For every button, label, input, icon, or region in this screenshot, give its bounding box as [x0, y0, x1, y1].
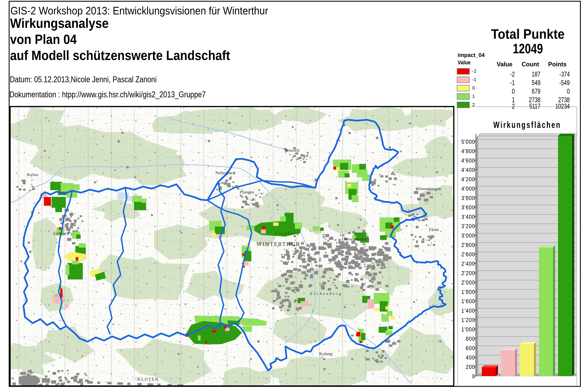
svg-text:Eschenberg: Eschenberg — [310, 291, 342, 296]
svg-text:Lindberg: Lindberg — [275, 231, 300, 235]
svg-text:Elsau: Elsau — [429, 227, 439, 232]
svg-text:Rorbas: Rorbas — [27, 172, 38, 177]
svg-text:Wiesendangen: Wiesendangen — [416, 186, 441, 191]
svg-text:Oberwinterthur: Oberwinterthur — [342, 237, 367, 241]
svg-text:Embrach: Embrach — [53, 231, 69, 236]
svg-text:WINTERTHUR: WINTERTHUR — [256, 241, 300, 247]
svg-text:Neftenbach: Neftenbach — [215, 170, 235, 175]
svg-text:Kyburg: Kyburg — [319, 351, 332, 356]
svg-text:Seuzach: Seuzach — [285, 148, 299, 153]
svg-text:KLOTEN: KLOTEN — [137, 377, 159, 382]
svg-text:Pfungen: Pfungen — [240, 190, 254, 194]
